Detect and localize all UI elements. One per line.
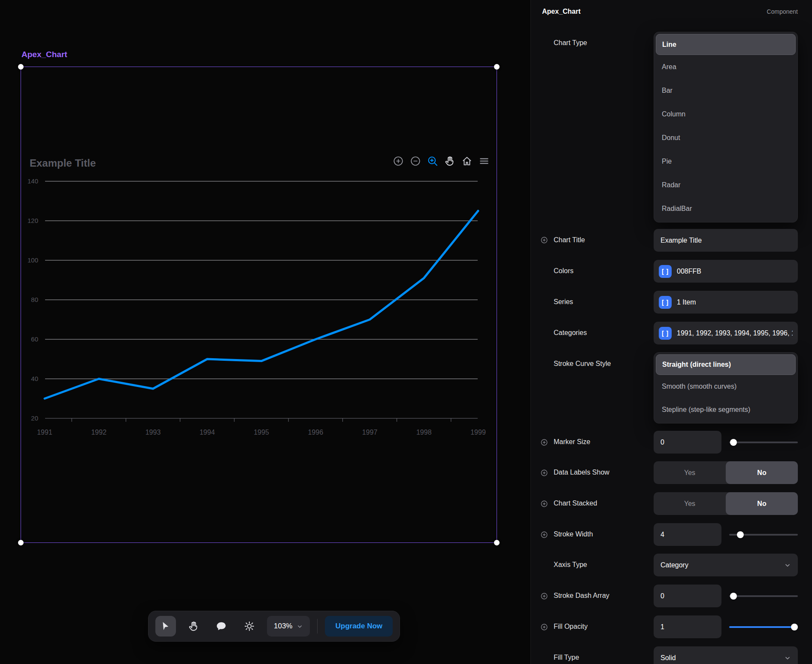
svg-text:1996: 1996 bbox=[308, 429, 323, 436]
stroke-curve-listbox: Straight (direct lines) Smooth (smooth c… bbox=[654, 352, 798, 423]
chevron-down-icon bbox=[784, 655, 791, 661]
svg-text:120: 120 bbox=[27, 217, 38, 224]
cursor-tool-button[interactable] bbox=[155, 616, 176, 637]
stroke-curve-option[interactable]: Stepline (step-like segments) bbox=[656, 398, 796, 421]
marker-size-input[interactable]: 0 bbox=[654, 431, 721, 454]
stroke-curve-option[interactable]: Smooth (smooth curves) bbox=[656, 375, 796, 398]
svg-text:Example Title: Example Title bbox=[30, 157, 96, 169]
marker-size-slider[interactable] bbox=[729, 431, 798, 454]
colors-array-field[interactable]: [ ] 008FFB bbox=[654, 260, 798, 283]
fill-opacity-input[interactable]: 1 bbox=[654, 615, 721, 638]
menu-icon[interactable] bbox=[479, 155, 490, 167]
svg-text:1994: 1994 bbox=[200, 429, 215, 436]
chart-type-option[interactable]: Area bbox=[656, 55, 796, 79]
fill-type-value: Solid bbox=[661, 654, 676, 662]
panel-header: Apex_Chart Component bbox=[542, 8, 798, 15]
fill-opacity-label: Fill Opacity bbox=[554, 622, 588, 631]
design-canvas[interactable]: Apex_Chart 14012010080604020199119921993… bbox=[0, 0, 530, 664]
xaxis-type-select[interactable]: Category bbox=[654, 554, 798, 576]
colors-label: Colors bbox=[554, 267, 573, 275]
chart-type-option[interactable]: Column bbox=[656, 102, 796, 126]
data-labels-show-label: Data Labels Show bbox=[554, 468, 609, 477]
svg-text:40: 40 bbox=[31, 375, 38, 382]
resize-handle-top-left[interactable] bbox=[18, 64, 24, 70]
series-array-field[interactable]: [ ] 1 Item bbox=[654, 291, 798, 314]
svg-text:60: 60 bbox=[31, 335, 38, 343]
component-selection-frame[interactable]: 1401201008060402019911992199319941995199… bbox=[21, 67, 497, 543]
chart-stacked-label: Chart Stacked bbox=[554, 499, 597, 508]
categories-array-field[interactable]: [ ] 1991, 1992, 1993, 1994, 1995, 1996, … bbox=[654, 322, 798, 344]
svg-text:1997: 1997 bbox=[362, 429, 378, 436]
home-icon[interactable] bbox=[461, 155, 473, 167]
chart-type-option[interactable]: RadialBar bbox=[656, 197, 796, 220]
svg-text:80: 80 bbox=[31, 296, 38, 303]
chart-title-input[interactable]: Example Title bbox=[654, 229, 798, 252]
fill-type-label: Fill Type bbox=[554, 653, 579, 662]
svg-text:1992: 1992 bbox=[91, 429, 106, 436]
chart-type-option[interactable]: Donut bbox=[656, 126, 796, 149]
properties-panel: Apex_Chart Component Chart Type Line Are… bbox=[530, 0, 812, 664]
pan-hand-icon[interactable] bbox=[444, 155, 455, 167]
svg-text:1995: 1995 bbox=[254, 429, 269, 436]
reset-override-icon[interactable] bbox=[540, 236, 548, 244]
toolbar-divider bbox=[317, 619, 318, 634]
slider-thumb[interactable] bbox=[791, 624, 798, 630]
hand-tool-button[interactable] bbox=[183, 616, 204, 637]
chevron-down-icon bbox=[297, 623, 303, 630]
reset-override-icon[interactable] bbox=[540, 623, 548, 631]
chart-stacked-segmented: Yes No bbox=[654, 492, 798, 515]
chart-type-label: Chart Type bbox=[554, 39, 587, 47]
slider-thumb[interactable] bbox=[730, 593, 737, 600]
stroke-dash-array-slider[interactable] bbox=[729, 585, 798, 607]
slider-thumb[interactable] bbox=[737, 531, 744, 538]
svg-text:1998: 1998 bbox=[416, 429, 432, 436]
chart-toolbar bbox=[393, 155, 490, 167]
segment-option-yes[interactable]: Yes bbox=[654, 492, 726, 515]
slider-thumb[interactable] bbox=[730, 439, 737, 446]
theme-sun-button[interactable] bbox=[239, 616, 260, 637]
svg-text:20: 20 bbox=[31, 414, 38, 422]
segment-option-no[interactable]: No bbox=[726, 492, 798, 515]
categories-value: 1991, 1992, 1993, 1994, 1995, 1996, 1997… bbox=[677, 329, 793, 337]
svg-text:1999: 1999 bbox=[470, 429, 486, 436]
array-icon: [ ] bbox=[659, 296, 672, 309]
stroke-dash-array-input[interactable]: 0 bbox=[654, 585, 721, 607]
reset-override-icon[interactable] bbox=[540, 592, 548, 600]
chevron-down-icon bbox=[784, 562, 791, 569]
component-label[interactable]: Apex_Chart bbox=[21, 50, 67, 59]
segment-option-yes[interactable]: Yes bbox=[654, 461, 726, 484]
reset-override-icon[interactable] bbox=[540, 531, 548, 539]
svg-text:1991: 1991 bbox=[37, 429, 52, 436]
app-toolbar: 103% Upgrade Now bbox=[148, 611, 400, 642]
stroke-curve-option[interactable]: Straight (direct lines) bbox=[656, 354, 796, 375]
svg-text:100: 100 bbox=[27, 256, 38, 264]
chart-type-option[interactable]: Bar bbox=[656, 79, 796, 102]
reset-override-icon[interactable] bbox=[540, 469, 548, 477]
selection-zoom-icon[interactable] bbox=[427, 155, 438, 167]
slider-track bbox=[729, 442, 798, 443]
chart-type-listbox: Line Area Bar Column Donut Pie Radar Rad… bbox=[654, 32, 798, 222]
zoom-level-control[interactable]: 103% bbox=[267, 616, 310, 637]
array-icon: [ ] bbox=[659, 327, 672, 340]
fill-opacity-slider[interactable] bbox=[729, 615, 798, 638]
resize-handle-bottom-right[interactable] bbox=[494, 540, 500, 545]
resize-handle-top-right[interactable] bbox=[494, 64, 500, 70]
reset-override-icon[interactable] bbox=[540, 439, 548, 446]
resize-handle-bottom-left[interactable] bbox=[18, 540, 24, 545]
chart-type-option[interactable]: Pie bbox=[656, 149, 796, 173]
zoom-out-icon[interactable] bbox=[410, 155, 421, 167]
categories-label: Categories bbox=[554, 329, 587, 337]
reset-override-icon[interactable] bbox=[540, 500, 548, 508]
fill-type-select[interactable]: Solid bbox=[654, 646, 798, 664]
chart-type-option[interactable]: Radar bbox=[656, 173, 796, 197]
upgrade-now-button[interactable]: Upgrade Now bbox=[325, 616, 393, 637]
segment-option-no[interactable]: No bbox=[726, 461, 798, 484]
chart-type-option[interactable]: Line bbox=[656, 34, 796, 55]
comment-tool-button[interactable] bbox=[211, 616, 232, 637]
data-labels-show-segmented: Yes No bbox=[654, 461, 798, 484]
svg-text:1993: 1993 bbox=[145, 429, 161, 436]
zoom-in-icon[interactable] bbox=[393, 155, 404, 167]
stroke-width-slider[interactable] bbox=[729, 523, 798, 546]
stroke-dash-array-label: Stroke Dash Array bbox=[554, 591, 609, 600]
stroke-width-input[interactable]: 4 bbox=[654, 523, 721, 546]
